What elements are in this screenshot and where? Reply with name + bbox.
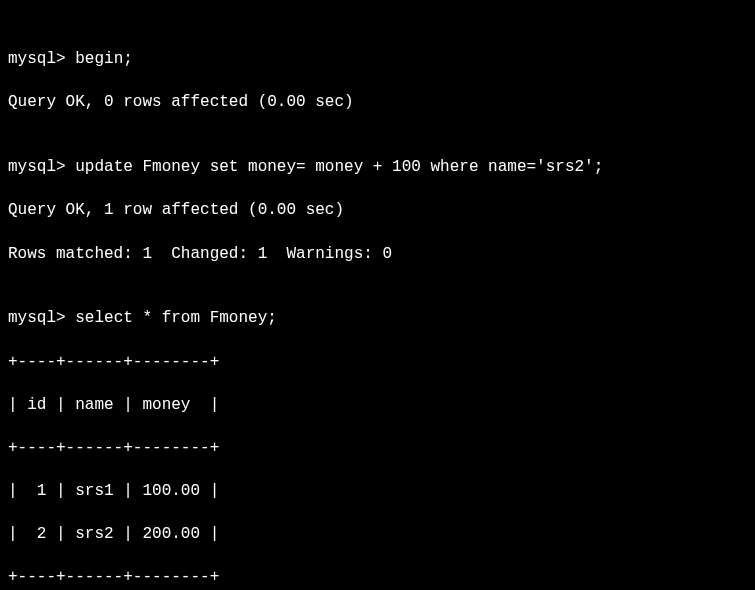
table1-row1: | 1 | srs1 | 100.00 | — [8, 481, 747, 503]
response-begin: Query OK, 0 rows affected (0.00 sec) — [8, 92, 747, 114]
sql-command: begin; — [75, 50, 133, 68]
mysql-prompt: mysql> — [8, 50, 75, 68]
cmd-line-begin: mysql> begin; — [8, 49, 747, 71]
response-update-1: Query OK, 1 row affected (0.00 sec) — [8, 200, 747, 222]
cmd-line-update: mysql> update Fmoney set money= money + … — [8, 157, 747, 179]
cmd-line-select1: mysql> select * from Fmoney; — [8, 308, 747, 330]
table1-border-top: +----+------+--------+ — [8, 352, 747, 374]
table1-border-mid: +----+------+--------+ — [8, 438, 747, 460]
sql-command: update Fmoney set money= money + 100 whe… — [75, 158, 603, 176]
table1-border-bottom: +----+------+--------+ — [8, 567, 747, 589]
table1-header: | id | name | money | — [8, 395, 747, 417]
mysql-prompt: mysql> — [8, 309, 75, 327]
mysql-prompt: mysql> — [8, 158, 75, 176]
table1-row2: | 2 | srs2 | 200.00 | — [8, 524, 747, 546]
response-update-2: Rows matched: 1 Changed: 1 Warnings: 0 — [8, 244, 747, 266]
sql-command: select * from Fmoney; — [75, 309, 277, 327]
